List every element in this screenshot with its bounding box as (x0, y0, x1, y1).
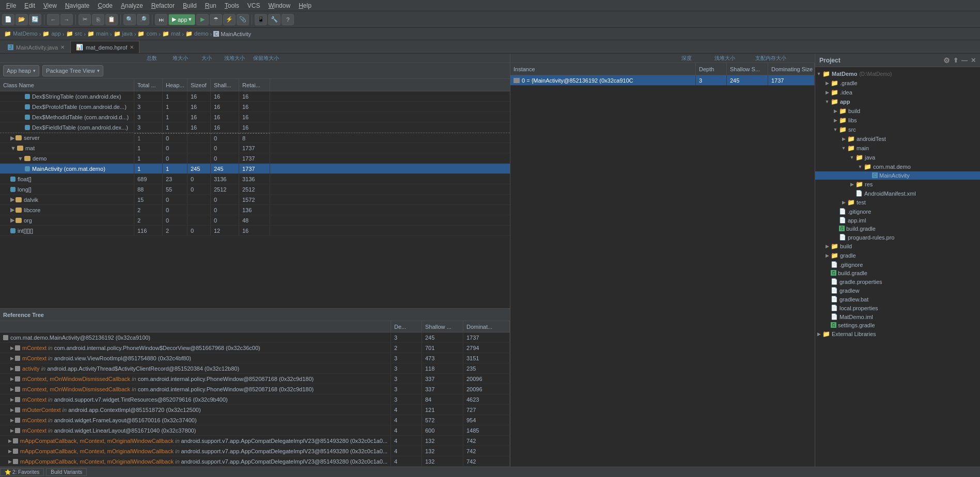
ref-row[interactable]: ▶ mContext in android.widget.FrameLayout… (0, 415, 510, 425)
project-close-icon[interactable]: — (961, 57, 968, 64)
menu-refactor[interactable]: Refactor (147, 1, 179, 10)
menu-navigate[interactable]: Navigate (61, 1, 94, 10)
table-row[interactable]: ▶ dalvik 15 0 0 1572 (0, 195, 510, 205)
app-heap-dropdown[interactable]: App heap (3, 65, 39, 76)
th-retain[interactable]: Retai... (239, 79, 270, 91)
breadcrumb-src[interactable]: 📁 src (66, 30, 83, 37)
tree-node-gradle-properties[interactable]: 📄 gradle.properties (815, 277, 980, 286)
toolbar-debug[interactable]: ▶ (196, 14, 209, 25)
toolbar-new[interactable]: 📄 (2, 14, 14, 25)
table-row[interactable]: long[] 88 55 0 2512 2512 (0, 184, 510, 195)
menu-run[interactable]: Run (201, 1, 221, 10)
table-row[interactable]: ▶ server 1 0 0 8 (0, 133, 510, 143)
breadcrumb-main[interactable]: 📁 main (87, 30, 108, 37)
ref-row[interactable]: ▶ mAppCompatCallback, mContext, mOrigina… (0, 446, 510, 456)
tree-node-matdemo[interactable]: ▼ 📁 MatDemo (D:\MatDemo) (815, 69, 980, 78)
project-sync-icon[interactable]: ⬆ (953, 57, 958, 64)
toolbar-run-step[interactable]: ⏭ (155, 14, 167, 25)
menu-edit[interactable]: Edit (20, 1, 39, 10)
menu-window[interactable]: Window (264, 1, 294, 10)
favorites-tab[interactable]: ⭐ 2: Favorites (0, 468, 44, 476)
table-row[interactable]: ▶ org 2 0 0 48 (0, 215, 510, 226)
ref-th-depth[interactable]: De... (391, 321, 422, 332)
tree-node-java[interactable]: ▼ 📁 java (815, 153, 980, 162)
toolbar-sdk[interactable]: 🔧 (268, 14, 281, 25)
tree-node-test[interactable]: ▶ 📁 test (815, 198, 980, 207)
tree-node-libs[interactable]: ▶ 📁 libs (815, 116, 980, 125)
menu-vcs[interactable]: VCS (243, 1, 265, 10)
tree-node-gitignore-root[interactable]: 📄 .gitignore (815, 260, 980, 269)
tree-node-build-gradle-root[interactable]: 🅶 build.gradle (815, 269, 980, 277)
breadcrumb-app[interactable]: 📁 app (42, 30, 60, 37)
breadcrumb-mainactivity[interactable]: 🅲 MainActivity (213, 31, 251, 37)
tree-node-main[interactable]: ▼ 📁 main (815, 144, 980, 153)
tree-node-res[interactable]: ▶ 📁 res (815, 180, 980, 189)
ref-th-name[interactable] (0, 321, 391, 332)
ref-row[interactable]: ▶ mAppCompatCallback, mContext, mOrigina… (0, 456, 510, 467)
tree-node-gradle-hidden[interactable]: ▶ 📁 .gradle (815, 78, 980, 88)
th-instance[interactable]: Instance (510, 63, 696, 75)
table-row[interactable]: ▼ mat 1 0 0 1737 (0, 143, 510, 153)
toolbar-copy[interactable]: ⎘ (92, 14, 104, 25)
project-settings-icon[interactable]: ⚙ (943, 56, 950, 65)
tree-node-gradlew[interactable]: 📄 gradlew (815, 286, 980, 295)
tab-java-close[interactable]: ✕ (60, 44, 65, 50)
toolbar-coverage[interactable]: ☂ (210, 14, 222, 25)
table-row[interactable]: Dex$StringTable (com.android.dex) 3 1 16… (0, 91, 510, 102)
tab-mat-demo-hprof[interactable]: 📊 mat_demo.hprof ✕ (70, 41, 139, 53)
toolbar-cut[interactable]: ✂ (79, 14, 91, 25)
ref-row[interactable]: ▶ activity in android.app.ActivityThread… (0, 363, 510, 374)
ref-row[interactable]: ▶ mContext in android.view.ViewRootImpl@… (0, 353, 510, 363)
table-row[interactable]: ▶ libcore 2 0 0 136 (0, 205, 510, 215)
table-row[interactable]: ▼ demo 1 0 0 1737 (0, 153, 510, 164)
tab-hprof-close[interactable]: ✕ (130, 44, 134, 50)
tree-node-proguard[interactable]: 📄 proguard-rules.pro (815, 233, 980, 242)
table-row[interactable]: float[] 689 23 0 3136 3136 (0, 174, 510, 184)
breadcrumb-mat[interactable]: 📁 mat (162, 30, 180, 37)
tree-node-androidtest[interactable]: ▶ 📁 androidTest (815, 134, 980, 144)
th-classname[interactable]: Class Name (0, 79, 134, 91)
breadcrumb-java[interactable]: 📁 java (114, 30, 133, 37)
tree-node-gradle[interactable]: ▶ 📁 gradle (815, 251, 980, 260)
tree-node-gradlew-bat[interactable]: 📄 gradlew.bat (815, 295, 980, 304)
ref-row[interactable]: ▶ mContext in android.support.v7.widget.… (0, 394, 510, 405)
tree-node-settings-gradle[interactable]: 🅶 settings.gradle (815, 321, 980, 329)
tab-mainactivity-java[interactable]: 🅹 MainActivity.java ✕ (2, 41, 70, 53)
ref-th-shallow[interactable]: Shallow ... (422, 321, 463, 332)
menu-analyze[interactable]: Analyze (117, 1, 147, 10)
menu-code[interactable]: Code (94, 1, 117, 10)
ref-row[interactable]: ▶ mContext, mOnWindowDismissedCallback i… (0, 374, 510, 384)
ref-row[interactable]: com.mat.demo.MainActivity@852136192 (0x3… (0, 332, 510, 343)
toolbar-profile[interactable]: ⚡ (223, 14, 236, 25)
package-tree-dropdown[interactable]: Package Tree View (42, 65, 103, 76)
toolbar-run-app[interactable]: ▶ app ▾ (168, 14, 195, 25)
tree-node-app-iml[interactable]: 📄 app.iml (815, 216, 980, 225)
tree-node-androidmanifest[interactable]: 📄 AndroidManifest.xml (815, 189, 980, 198)
table-row[interactable]: Dex$FieldIdTable (com.android.dex...) 3 … (0, 122, 510, 133)
tree-node-local-properties[interactable]: 📄 local.properties (815, 304, 980, 312)
th-depth[interactable]: Depth (696, 63, 727, 75)
tree-node-build-gradle-app[interactable]: 🅶 build.gradle (815, 225, 980, 233)
tree-node-com-mat-demo[interactable]: ▼ 📁 com.mat.demo (815, 162, 980, 171)
th-shallow[interactable]: Shall... (211, 79, 239, 91)
breadcrumb-demo[interactable]: 📁 demo (185, 30, 209, 37)
th-heap[interactable]: Heap... (163, 79, 188, 91)
th-dominating-size[interactable]: Dominating Size (768, 63, 815, 75)
instance-row[interactable]: 0 = {MainActivity@852136192 (0x32ca910C … (510, 75, 815, 86)
menu-build[interactable]: Build (179, 1, 201, 10)
table-row[interactable]: Dex$MethodIdTable (com.android.d...) 3 1… (0, 112, 510, 122)
tree-node-build-app[interactable]: ▶ 📁 build (815, 106, 980, 116)
toolbar-sync[interactable]: 🔄 (29, 14, 41, 25)
toolbar-forward[interactable]: → (60, 14, 73, 25)
breadcrumb-matdemo[interactable]: 📁 MatDemo (4, 30, 38, 37)
table-row[interactable]: Dex$ProtoIdTable (com.android.de...) 3 1… (0, 102, 510, 112)
menu-help[interactable]: Help (294, 1, 316, 10)
toolbar-attach[interactable]: 📎 (237, 14, 249, 25)
toolbar-find[interactable]: 🔍 (123, 14, 136, 25)
tree-node-gitignore-app[interactable]: 📄 .gitignore (815, 207, 980, 216)
toolbar-replace[interactable]: 🔎 (137, 14, 149, 25)
ref-row[interactable]: ▶ mContext in android.widget.LinearLayou… (0, 425, 510, 436)
th-total[interactable]: Total ... (134, 79, 163, 91)
table-row[interactable]: int[][][] 116 2 0 12 16 (0, 226, 510, 236)
ref-row[interactable]: ▶ mContext, mOnWindowDismissedCallback i… (0, 384, 510, 394)
